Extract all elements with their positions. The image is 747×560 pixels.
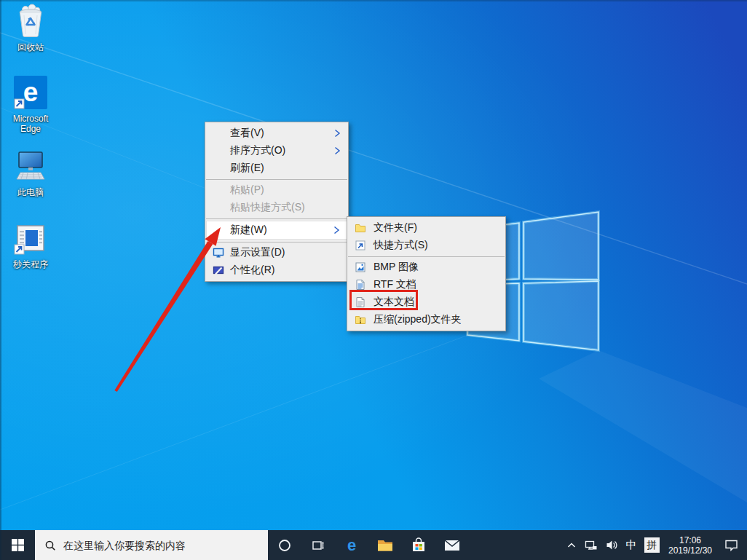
submenu-arrow-icon [333,226,340,234]
text-document-icon [355,296,366,308]
volume-button[interactable] [601,530,622,560]
menu-item-refresh[interactable]: 刷新(E) [205,159,348,177]
task-view-icon [312,539,325,552]
notification-icon [724,538,738,552]
submenu-item-bmp-image[interactable]: BMP 图像 [347,259,505,276]
desktop-icon-label: 此电脑 [17,187,44,197]
menu-item-label: 粘贴快捷方式(S) [230,201,305,214]
menu-item-paste: 粘贴(P) [205,181,348,199]
menu-item-label: 快捷方式(S) [374,239,428,252]
menu-item-label: 压缩(zipped)文件夹 [374,313,462,326]
folder-icon [355,222,366,234]
taskbar-spacer [469,530,562,560]
taskbar-search[interactable] [35,530,268,560]
menu-separator [348,256,505,257]
clock-time: 17:06 [679,535,701,545]
submenu-item-shortcut[interactable]: 快捷方式(S) [347,237,505,254]
edge-icon: e [12,74,49,111]
rtf-document-icon [355,279,366,291]
action-center-button[interactable] [718,530,744,560]
svg-text:e: e [23,77,39,107]
clock-date: 2019/12/30 [668,545,712,556]
shortcut-icon [355,240,366,251]
file-explorer-button[interactable] [368,530,402,560]
taskbar: e [0,530,747,560]
menu-item-display-settings[interactable]: 显示设置(D) [205,244,348,261]
desktop: 回收站 e Microsoft Edge [0,0,747,560]
chevron-up-icon [566,540,577,551]
context-menu: 查看(V) 排序方式(O) 刷新(E) 粘贴(P) 粘贴快捷方式(S) 新建(W… [205,122,349,282]
file-explorer-icon [376,537,394,554]
app-window-icon [12,220,49,256]
task-view-button[interactable] [301,530,335,560]
menu-item-paste-shortcut: 粘贴快捷方式(S) [205,199,348,216]
submenu-item-folder[interactable]: 文件夹(F) [347,219,505,237]
mail-button[interactable] [435,530,469,560]
menu-item-label: 个性化(R) [230,264,274,277]
menu-item-personalize[interactable]: 个性化(R) [205,261,348,279]
desktop-icon-label: Microsoft Edge [4,114,57,134]
ime-mode-indicator[interactable]: 拼 [641,530,663,560]
menu-item-label: BMP 图像 [374,261,419,274]
desktop-icon-label: 回收站 [17,42,44,52]
search-input[interactable] [63,540,268,551]
personalize-icon [213,264,224,276]
start-button[interactable] [0,530,35,560]
ime-mode-label: 拼 [644,537,660,553]
system-tray: 中 拼 17:06 2019/12/30 [562,530,747,560]
new-submenu: 文件夹(F) 快捷方式(S) BMP 图像 RTF 文档 [347,216,506,331]
menu-item-label: 新建(W) [230,224,267,237]
volume-icon [606,539,618,551]
svg-text:e: e [347,536,356,554]
windows-logo-icon [12,539,24,551]
bmp-image-icon [355,261,366,273]
menu-item-label: 排序方式(O) [230,144,285,157]
menu-item-view[interactable]: 查看(V) [205,125,348,142]
menu-separator [206,179,347,180]
submenu-item-zipped-folder[interactable]: 压缩(zipped)文件夹 [347,311,505,328]
ime-language-indicator[interactable]: 中 [622,530,641,560]
menu-item-label: 文件夹(F) [374,221,417,234]
menu-item-label: 刷新(E) [230,162,264,175]
search-icon [44,540,56,551]
ime-language-label: 中 [626,538,637,552]
menu-separator [206,242,347,242]
microsoft-store-icon [411,537,427,553]
menu-item-label: RTF 文档 [374,278,416,291]
menu-item-label: 查看(V) [230,127,264,140]
desktop-icon-edge[interactable]: e Microsoft Edge [4,74,57,134]
display-settings-icon [213,247,224,259]
cortana-icon [278,539,291,552]
this-pc-icon [12,148,49,184]
menu-item-sort-by[interactable]: 排序方式(O) [205,142,348,159]
menu-item-label: 粘贴(P) [230,184,264,197]
submenu-arrow-icon [333,146,341,155]
desktop-icon-label: 秒关程序 [13,259,48,269]
desktop-icon-app-shortcut[interactable]: 秒关程序 [4,220,57,269]
submenu-arrow-icon [333,129,341,138]
edge-taskbar-button[interactable]: e [335,530,368,560]
submenu-item-rtf-document[interactable]: RTF 文档 [347,276,505,293]
zipped-folder-icon [355,314,366,326]
mail-icon [443,537,461,554]
desktop-icon-this-pc[interactable]: 此电脑 [4,148,57,197]
submenu-item-text-document[interactable]: 文本文档 [347,293,505,311]
edge-icon: e [342,536,361,555]
recycle-bin-icon [12,3,49,39]
network-icon [585,539,598,552]
desktop-icon-recycle-bin[interactable]: 回收站 [4,3,57,52]
network-button[interactable] [581,530,601,560]
menu-item-label: 文本文档 [374,296,414,309]
taskbar-clock[interactable]: 17:06 2019/12/30 [663,530,718,560]
menu-item-new[interactable]: 新建(W) [206,221,347,240]
menu-separator [206,218,347,219]
menu-item-label: 显示设置(D) [230,246,285,259]
cortana-button[interactable] [268,530,301,560]
microsoft-store-button[interactable] [402,530,435,560]
show-hidden-icons-button[interactable] [562,530,581,560]
